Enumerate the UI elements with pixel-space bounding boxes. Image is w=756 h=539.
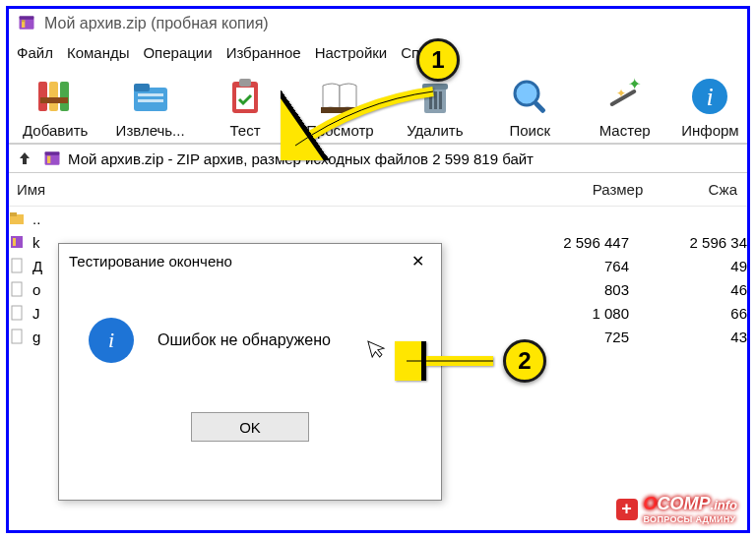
- menu-settings[interactable]: Настройки: [315, 44, 388, 61]
- svg-rect-22: [534, 100, 546, 113]
- file-name: g: [29, 329, 58, 345]
- column-name[interactable]: Имя: [15, 181, 536, 198]
- dialog-title: Тестирование окончено: [69, 253, 232, 270]
- svg-text:✦: ✦: [628, 76, 641, 92]
- svg-text:i: i: [707, 83, 714, 111]
- column-packed[interactable]: Сжа: [643, 181, 741, 198]
- svg-rect-14: [239, 79, 251, 87]
- file-packed: 46: [639, 281, 747, 298]
- file-size: 725: [521, 329, 629, 345]
- extract-button[interactable]: Извлечь...: [107, 73, 192, 139]
- titlebar: Мой архив.zip (пробная копия): [9, 9, 747, 38]
- svg-rect-28: [45, 154, 60, 165]
- watermark: + OCOMP.info ВОПРОСЫ АДМИНУ: [616, 494, 737, 524]
- file-size: 764: [521, 258, 629, 274]
- file-packed: 49: [639, 258, 747, 274]
- svg-rect-4: [38, 82, 47, 111]
- window-title: Мой архив.zip (пробная копия): [44, 15, 269, 32]
- svg-rect-37: [12, 306, 22, 320]
- svg-rect-32: [10, 212, 17, 216]
- svg-rect-1: [20, 16, 34, 19]
- add-button[interactable]: Добавить: [13, 73, 97, 139]
- svg-rect-7: [40, 97, 68, 103]
- magnifier-icon: [506, 73, 553, 120]
- folder-up-icon: [9, 210, 25, 226]
- svg-rect-9: [134, 84, 150, 91]
- file-name: Д: [29, 258, 58, 274]
- winrar-app-icon: [17, 13, 36, 35]
- svg-rect-13: [236, 88, 254, 109]
- svg-rect-18: [429, 91, 432, 109]
- svg-rect-10: [138, 93, 163, 96]
- svg-rect-30: [47, 156, 50, 164]
- menu-favorites[interactable]: Избранное: [226, 44, 301, 61]
- toolbar-label: Мастер: [599, 122, 651, 139]
- up-arrow-icon[interactable]: [13, 147, 36, 170]
- books-add-icon: [32, 73, 79, 120]
- info-icon: i: [686, 73, 733, 120]
- svg-rect-36: [12, 282, 22, 296]
- toolbar-label: Тест: [229, 122, 260, 139]
- find-button[interactable]: Поиск: [487, 73, 572, 139]
- svg-text:✦: ✦: [616, 87, 626, 100]
- svg-rect-11: [138, 99, 163, 102]
- file-packed: 43: [639, 329, 747, 345]
- watermark-rest: COMP: [658, 494, 711, 513]
- file-list-header: Имя Размер Сжа: [9, 173, 747, 207]
- file-name: k: [29, 234, 58, 251]
- file-name: J: [29, 305, 58, 322]
- file-packed: 66: [639, 305, 747, 322]
- svg-rect-35: [12, 259, 22, 272]
- file-size: 2 596 447: [521, 234, 629, 251]
- toolbar-label: Добавить: [23, 122, 88, 139]
- watermark-sub: ВОПРОСЫ АДМИНУ: [644, 514, 737, 524]
- toolbar-label: Извлечь...: [116, 122, 185, 139]
- clipboard-check-icon: [221, 73, 269, 120]
- svg-rect-3: [22, 20, 25, 22]
- svg-rect-33: [11, 236, 23, 248]
- info-icon: i: [89, 318, 134, 363]
- plus-icon: +: [616, 499, 638, 520]
- menu-bar: Файл Команды Операции Избранное Настройк…: [9, 38, 747, 67]
- close-button[interactable]: ✕: [404, 252, 431, 270]
- svg-rect-34: [13, 238, 16, 246]
- svg-rect-29: [45, 151, 60, 154]
- test-result-dialog: Тестирование окончено ✕ i Ошибок не обна…: [58, 243, 442, 501]
- toolbar-label: Просмотр: [306, 122, 374, 139]
- menu-help[interactable]: Справка: [401, 44, 459, 61]
- svg-rect-20: [439, 91, 442, 109]
- list-item[interactable]: ..: [9, 207, 747, 230]
- menu-operations[interactable]: Операции: [143, 44, 212, 61]
- menu-file[interactable]: Файл: [17, 44, 53, 61]
- toolbar: Добавить Извлечь... Тест Просмотр Удалит…: [9, 67, 747, 144]
- svg-rect-0: [20, 18, 34, 29]
- column-size[interactable]: Размер: [536, 181, 644, 198]
- path-input[interactable]: [68, 150, 743, 167]
- delete-button[interactable]: Удалить: [393, 73, 477, 139]
- svg-rect-15: [321, 107, 358, 113]
- file-icon: [9, 305, 25, 321]
- address-bar: [9, 144, 747, 173]
- folder-extract-icon: [127, 73, 174, 120]
- ok-button[interactable]: OK: [191, 412, 309, 442]
- file-name: о: [29, 281, 58, 298]
- svg-rect-5: [49, 82, 58, 111]
- file-size: 803: [521, 281, 629, 298]
- dialog-message: Ошибок не обнаружено: [158, 331, 331, 349]
- toolbar-label: Информ: [681, 122, 738, 139]
- file-packed: 2 596 34: [639, 234, 747, 251]
- book-open-icon: [316, 73, 363, 120]
- file-name: ..: [29, 210, 58, 227]
- file-icon: [9, 329, 25, 344]
- info-button[interactable]: i Информ: [677, 73, 743, 139]
- wizard-button[interactable]: ✦✦ Мастер: [582, 73, 666, 139]
- svg-point-21: [515, 82, 538, 105]
- svg-rect-19: [434, 91, 437, 109]
- menu-commands[interactable]: Команды: [67, 44, 130, 61]
- file-icon: [9, 258, 25, 273]
- toolbar-label: Удалить: [407, 122, 463, 139]
- view-button[interactable]: Просмотр: [297, 73, 382, 139]
- test-button[interactable]: Тест: [203, 73, 287, 139]
- file-size: 1 080: [521, 305, 629, 322]
- wand-icon: ✦✦: [601, 73, 649, 120]
